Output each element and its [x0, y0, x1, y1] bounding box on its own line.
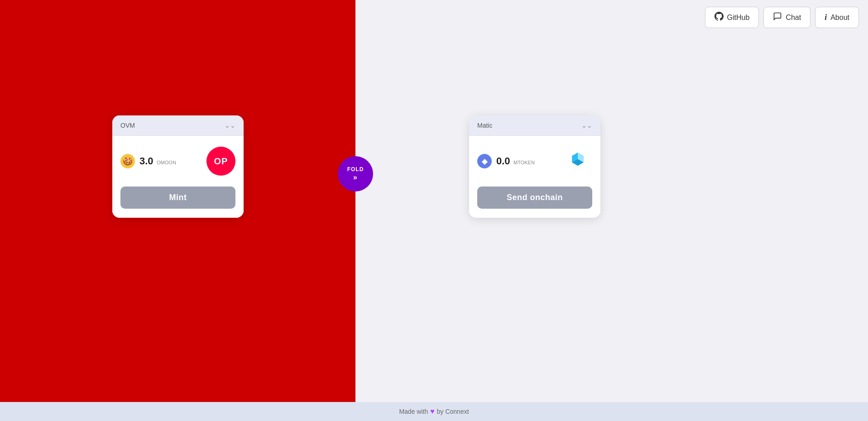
info-icon: i: [825, 13, 827, 22]
matic-network-label: Matic: [477, 122, 492, 129]
footer-by: by Connext: [437, 408, 469, 415]
ovm-token-row: 🍪 3.0 OMOON OP: [120, 147, 235, 176]
matic-card-body: ◆ 0.0 MTOKEN Send onchain: [469, 136, 600, 218]
matic-card: Matic ⌄⌄ ◆ 0.0 MTOKEN Send onchai: [469, 115, 600, 218]
send-onchain-button[interactable]: Send onchain: [477, 187, 592, 209]
eth-icon: ◆: [477, 154, 492, 168]
ovm-chevron-icon[interactable]: ⌄⌄: [225, 122, 235, 129]
chat-label: Chat: [786, 14, 801, 22]
chat-button[interactable]: Chat: [763, 7, 810, 28]
omoon-icon: 🍪: [120, 154, 135, 168]
fold-label: FOLD: [347, 166, 364, 172]
matic-token-symbol: MTOKEN: [513, 160, 535, 165]
ovm-token-amount: 3.0: [139, 155, 153, 167]
ovm-token-symbol: OMOON: [157, 160, 176, 165]
header-nav: GitHub Chat i About: [696, 0, 868, 35]
matic-token-amount: 0.0: [496, 155, 510, 167]
about-button[interactable]: i About: [815, 7, 859, 28]
mint-button[interactable]: Mint: [120, 187, 235, 209]
matic-token-info: ◆ 0.0 MTOKEN: [477, 154, 535, 168]
matic-amount-group: 0.0 MTOKEN: [496, 155, 535, 167]
matic-logo: [563, 147, 592, 176]
chat-icon: [773, 12, 782, 23]
heart-icon: ♥: [430, 407, 435, 416]
op-label: OP: [214, 156, 228, 167]
ovm-network-label: OVM: [120, 122, 135, 129]
ovm-card-body: 🍪 3.0 OMOON OP Mint: [112, 136, 244, 218]
footer-text: Made with: [399, 408, 428, 415]
matic-card-header: Matic ⌄⌄: [469, 115, 600, 136]
fold-button[interactable]: FOLD »: [338, 156, 373, 191]
op-logo: OP: [206, 147, 235, 176]
fold-arrows-icon: »: [353, 173, 358, 182]
ovm-amount-group: 3.0 OMOON: [139, 155, 176, 167]
github-icon: [715, 12, 724, 23]
github-label: GitHub: [727, 14, 750, 22]
matic-chevron-icon[interactable]: ⌄⌄: [581, 122, 592, 129]
ovm-token-info: 🍪 3.0 OMOON: [120, 154, 176, 168]
ovm-card-header: OVM ⌄⌄: [112, 115, 244, 136]
footer: Made with ♥ by Connext: [0, 402, 868, 421]
matic-token-row: ◆ 0.0 MTOKEN: [477, 147, 592, 176]
background-right: [355, 0, 868, 421]
about-label: About: [830, 14, 849, 22]
ovm-card: OVM ⌄⌄ 🍪 3.0 OMOON OP Mint: [112, 115, 244, 218]
github-button[interactable]: GitHub: [705, 7, 759, 28]
